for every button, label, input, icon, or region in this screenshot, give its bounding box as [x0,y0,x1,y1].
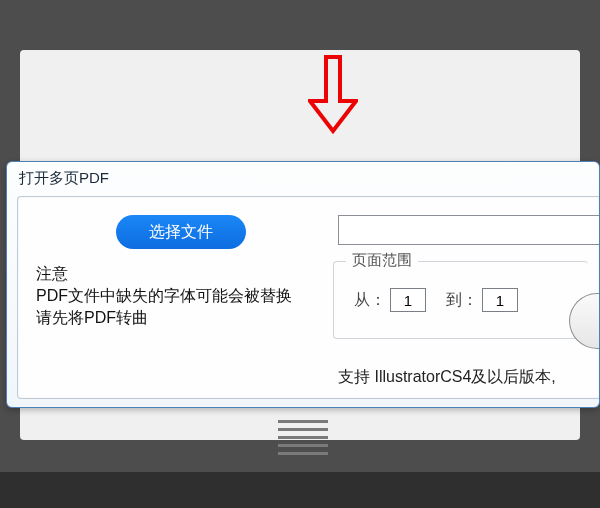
page-range-legend: 页面范围 [346,251,418,270]
red-down-arrow-icon [308,55,358,135]
document-thumbnail-lines [278,420,328,455]
from-label: 从： [354,290,386,311]
open-multipage-pdf-dialog: 打开多页PDF 选择文件 注意 PDF文件中缺失的字体可能会被替换 请先将PDF… [6,161,600,408]
file-path-input[interactable] [338,215,599,245]
to-label: 到： [446,290,478,311]
page-range-group: 页面范围 从： 到： [333,261,588,339]
page-to-input[interactable] [482,288,518,312]
notice-block: 注意 PDF文件中缺失的字体可能会被替换 请先将PDF转曲 [36,263,316,329]
page-from-input[interactable] [390,288,426,312]
dialog-title: 打开多页PDF [7,162,599,196]
notice-line: PDF文件中缺失的字体可能会被替换 [36,285,316,307]
support-text: 支持 IllustratorCS4及以后版本, [338,367,556,388]
notice-line: 请先将PDF转曲 [36,307,316,329]
dialog-body: 选择文件 注意 PDF文件中缺失的字体可能会被替换 请先将PDF转曲 页面范围 … [17,196,599,399]
notice-line: 注意 [36,263,316,285]
choose-file-button[interactable]: 选择文件 [116,215,246,249]
bottom-shade [0,472,600,508]
